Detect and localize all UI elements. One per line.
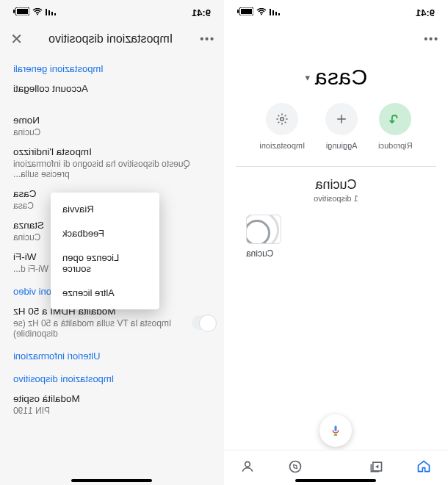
svg-rect-0 [278, 13, 280, 15]
home-header: ••• [224, 22, 448, 56]
action-add[interactable]: Aggiungi [325, 103, 358, 150]
svg-point-21 [37, 14, 38, 15]
wifi-icon [32, 7, 43, 18]
play-icon [379, 103, 411, 135]
svg-rect-19 [48, 10, 50, 15]
status-bar: 9:41 [0, 0, 224, 22]
status-bar: 9:41 [224, 0, 448, 22]
menu-feedback[interactable]: Feedback [51, 221, 159, 245]
svg-point-4 [261, 14, 262, 15]
more-icon[interactable]: ••• [422, 33, 438, 45]
page-title: Impostazioni dispositivo [48, 32, 173, 46]
room-name: Cucina [224, 177, 448, 193]
chevron-down-icon: ▾ [305, 72, 311, 83]
menu-open-source-licenses[interactable]: Licenze open source [51, 245, 159, 281]
settings-header: ••• Impostazioni dispositivo ✕ [0, 22, 224, 56]
signal-icon [46, 7, 56, 18]
status-time: 9:41 [192, 7, 211, 18]
svg-rect-9 [335, 425, 337, 431]
address-value: Questo dispositivo ha bisogno di informa… [13, 159, 211, 179]
setting-name[interactable]: Nome Cucina [0, 110, 224, 142]
overflow-menu: Riavvia Feedback Licenze open source Alt… [51, 193, 159, 309]
divider [236, 166, 436, 167]
svg-point-8 [281, 118, 284, 121]
linked-accounts-label: Account collegati [13, 83, 211, 94]
svg-rect-7 [237, 10, 239, 13]
name-value: Cucina [13, 127, 211, 137]
nav-account[interactable] [241, 459, 256, 477]
svg-rect-23 [17, 9, 28, 14]
menu-restart[interactable]: Riavvia [51, 197, 159, 221]
status-time: 9:41 [416, 7, 435, 18]
home-indicator [72, 479, 153, 482]
device-tile[interactable] [246, 215, 281, 244]
svg-rect-17 [54, 13, 56, 15]
gear-icon [266, 103, 298, 135]
address-label: Imposta l'indirizzo [13, 146, 211, 157]
guest-value: PIN 1190 [13, 406, 211, 416]
nav-discover[interactable] [289, 459, 303, 477]
section-more-info[interactable]: Ulteriori informazioni [0, 343, 224, 366]
house-selector[interactable]: Casa ▾ [305, 65, 368, 90]
svg-rect-20 [46, 9, 47, 15]
svg-marker-15 [294, 464, 297, 468]
section-general[interactable]: Impostazioni generali [0, 56, 224, 79]
battery-icon [13, 7, 29, 18]
action-play[interactable]: Riproduci [378, 103, 412, 150]
name-label: Nome [13, 115, 211, 126]
nav-media[interactable] [369, 459, 384, 477]
wifi-icon [256, 7, 267, 18]
svg-marker-13 [376, 464, 379, 468]
menu-other-licenses[interactable]: Altre licenze [51, 281, 159, 305]
toggle-switch[interactable] [192, 315, 217, 330]
svg-rect-3 [270, 9, 271, 15]
device-label: Cucina [246, 248, 273, 259]
section-device[interactable]: Impostazioni dispositivo [0, 366, 224, 389]
mic-button[interactable] [320, 414, 353, 447]
linked-accounts-avatar [13, 96, 211, 106]
svg-rect-2 [272, 10, 274, 15]
setting-address[interactable]: Imposta l'indirizzo Questo dispositivo h… [0, 142, 224, 184]
svg-point-14 [290, 461, 301, 472]
nav-home[interactable] [417, 459, 432, 477]
hdmi-value: Imposta la TV sulla modalità a 50 Hz (se… [13, 318, 184, 339]
setting-linked-accounts[interactable]: Account collegati [0, 79, 224, 110]
svg-rect-18 [51, 12, 53, 15]
status-icons [13, 7, 56, 18]
overflow-icon[interactable]: ••• [198, 33, 214, 45]
house-name: Casa [314, 65, 367, 90]
battery-icon [237, 7, 253, 18]
home-indicator [296, 479, 377, 482]
svg-rect-6 [241, 9, 252, 14]
action-play-label: Riproduci [378, 141, 412, 150]
settings-screen: 9:41 ••• Impostazioni dispositivo ✕ Impo… [0, 0, 224, 485]
guest-label: Modalità ospite [13, 393, 211, 404]
mic-icon [330, 424, 343, 437]
close-icon[interactable]: ✕ [10, 30, 23, 48]
room-sub: 1 dispositivo [224, 194, 448, 203]
signal-icon [270, 7, 280, 18]
plus-icon [325, 103, 358, 135]
svg-point-16 [245, 461, 250, 467]
svg-rect-24 [13, 10, 15, 13]
home-screen: 9:41 ••• Casa ▾ Riproduci Aggiungi [224, 0, 448, 485]
action-settings-label: Impostazioni [259, 141, 305, 150]
status-icons [237, 7, 280, 18]
svg-rect-1 [275, 12, 277, 15]
action-add-label: Aggiungi [326, 141, 358, 150]
setting-guest-mode[interactable]: Modalità ospite PIN 1190 [0, 389, 224, 420]
action-settings[interactable]: Impostazioni [259, 103, 305, 150]
quick-actions: Riproduci Aggiungi Impostazioni [224, 96, 448, 162]
